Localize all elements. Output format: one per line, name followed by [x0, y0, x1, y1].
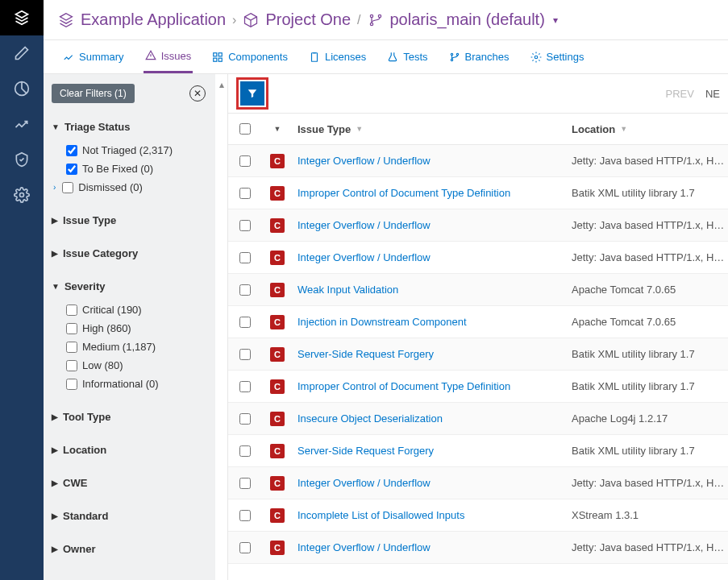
issue-type-link[interactable]: Server-Side Request Forgery — [297, 445, 434, 457]
location-text: Batik XML utility library 1.7 — [572, 348, 695, 360]
table-row[interactable]: CInteger Overflow / UnderflowJetty: Java… — [228, 145, 728, 177]
filter-checkbox[interactable] — [66, 342, 77, 353]
filter-checkbox[interactable] — [66, 164, 77, 175]
severity-badge: C — [270, 283, 285, 297]
filter-item[interactable]: ›Dismissed (0) — [53, 178, 207, 197]
filter-label: Medium (1,187) — [82, 341, 156, 353]
severity-badge: C — [270, 508, 285, 523]
table-row[interactable]: CServer-Side Request ForgeryBatik XML ut… — [228, 338, 728, 371]
table-row[interactable]: CIncomplete List of Disallowed InputsXSt… — [228, 499, 728, 532]
location-text: Apache Tomcat 7.0.65 — [572, 284, 676, 296]
prev-button[interactable]: PREV — [666, 88, 694, 100]
filter-group-owner[interactable]: ▶Owner — [52, 540, 207, 558]
col-header-issue-type[interactable]: Issue Type — [297, 123, 351, 135]
table-row[interactable]: CInteger Overflow / UnderflowJetty: Java… — [228, 532, 728, 564]
breadcrumb-branch[interactable]: polaris_main (default) — [390, 10, 545, 29]
nav-edit-icon[interactable] — [0, 35, 44, 71]
row-checkbox[interactable] — [239, 349, 251, 360]
row-checkbox[interactable] — [239, 478, 251, 489]
issue-type-link[interactable]: Integer Overflow / Underflow — [297, 219, 431, 231]
row-checkbox[interactable] — [239, 155, 251, 167]
nav-chart-icon[interactable] — [0, 106, 44, 142]
filter-item[interactable]: Medium (1,187) — [66, 338, 207, 356]
row-checkbox[interactable] — [239, 381, 251, 392]
filter-checkbox[interactable] — [62, 182, 73, 193]
row-checkbox[interactable] — [239, 413, 251, 425]
filter-group-severity[interactable]: ▼Severity — [52, 277, 207, 296]
issue-type-link[interactable]: Integer Overflow / Underflow — [297, 477, 431, 489]
issue-type-link[interactable]: Integer Overflow / Underflow — [297, 541, 431, 553]
row-checkbox[interactable] — [239, 220, 251, 231]
sort-severity[interactable]: ▼ — [274, 125, 281, 133]
filter-item[interactable]: Not Triaged (2,317) — [66, 141, 207, 160]
table-row[interactable]: CInjection in Downstream ComponentApache… — [228, 306, 728, 338]
branch-icon — [449, 52, 460, 63]
issue-type-link[interactable]: Integer Overflow / Underflow — [297, 155, 431, 167]
tab-label: Summary — [79, 51, 124, 63]
row-checkbox[interactable] — [239, 317, 251, 328]
next-button[interactable]: NE — [705, 88, 720, 100]
select-all-checkbox[interactable] — [239, 123, 251, 135]
branch-dropdown-caret[interactable]: ▾ — [553, 14, 558, 26]
close-filters-icon[interactable]: ✕ — [189, 85, 206, 102]
app-logo[interactable] — [0, 0, 44, 35]
filter-checkbox[interactable] — [66, 379, 77, 390]
filter-group-cwe[interactable]: ▶CWE — [52, 474, 207, 492]
table-row[interactable]: CImproper Control of Document Type Defin… — [228, 371, 728, 403]
filter-checkbox[interactable] — [66, 323, 77, 334]
issue-type-link[interactable]: Improper Control of Document Type Defini… — [297, 380, 510, 392]
row-checkbox[interactable] — [239, 252, 251, 263]
filter-item[interactable]: Low (80) — [66, 356, 207, 375]
clear-filters-button[interactable]: Clear Filters (1) — [52, 84, 135, 103]
table-row[interactable]: CWeak Input ValidationApache Tomcat 7.0.… — [228, 274, 728, 306]
breadcrumb-app[interactable]: Example Application — [81, 10, 226, 29]
filter-button[interactable] — [240, 81, 264, 106]
tab-licenses[interactable]: Licenses — [307, 40, 368, 73]
breadcrumb-project[interactable]: Project One — [265, 10, 351, 29]
row-checkbox[interactable] — [239, 445, 251, 457]
nav-shield-icon[interactable] — [0, 142, 44, 177]
nav-settings-icon[interactable] — [0, 177, 44, 213]
table-row[interactable]: CServer-Side Request ForgeryBatik XML ut… — [228, 435, 728, 467]
filter-group-issue-category[interactable]: ▶Issue Category — [52, 244, 207, 263]
row-checkbox[interactable] — [239, 284, 251, 296]
filter-item[interactable]: High (860) — [66, 319, 207, 338]
panel-collapse-handle[interactable]: ▴ — [215, 74, 228, 580]
issue-type-link[interactable]: Insecure Object Deserialization — [297, 412, 443, 425]
issue-type-link[interactable]: Injection in Downstream Component — [297, 316, 467, 328]
svg-rect-8 — [218, 58, 222, 61]
col-header-location[interactable]: Location — [572, 123, 615, 135]
tab-settings[interactable]: Settings — [529, 40, 586, 73]
row-checkbox[interactable] — [239, 542, 251, 553]
filter-checkbox[interactable] — [66, 304, 77, 316]
tab-tests[interactable]: Tests — [385, 40, 429, 73]
tab-summary[interactable]: Summary — [61, 40, 126, 73]
filter-group-issue-type[interactable]: ▶Issue Type — [52, 211, 207, 230]
filter-item[interactable]: Informational (0) — [66, 375, 207, 393]
table-row[interactable]: CInsecure Object DeserializationApache L… — [228, 403, 728, 435]
table-row[interactable]: CImproper Control of Document Type Defin… — [228, 177, 728, 209]
filter-item[interactable]: Critical (190) — [66, 300, 207, 319]
row-checkbox[interactable] — [239, 510, 251, 521]
tab-branches[interactable]: Branches — [447, 40, 511, 73]
tab-issues[interactable]: Issues — [144, 40, 193, 73]
filter-group-location[interactable]: ▶Location — [52, 441, 207, 459]
filter-group-standard[interactable]: ▶Standard — [52, 507, 207, 525]
issue-type-link[interactable]: Server-Side Request Forgery — [297, 348, 434, 360]
nav-pie-icon[interactable] — [0, 71, 44, 106]
issue-type-link[interactable]: Integer Overflow / Underflow — [297, 251, 431, 263]
filter-checkbox[interactable] — [66, 360, 77, 371]
filter-item[interactable]: To Be Fixed (0) — [66, 160, 207, 178]
issue-type-link[interactable]: Incomplete List of Disallowed Inputs — [297, 509, 464, 521]
tab-components[interactable]: Components — [210, 40, 289, 73]
table-row[interactable]: CInteger Overflow / UnderflowJetty: Java… — [228, 209, 728, 242]
filter-group-tool-type[interactable]: ▶Tool Type — [52, 408, 207, 426]
table-row[interactable]: CInteger Overflow / UnderflowJetty: Java… — [228, 242, 728, 274]
issue-type-link[interactable]: Improper Control of Document Type Defini… — [297, 187, 510, 199]
issue-type-link[interactable]: Weak Input Validation — [297, 284, 398, 296]
filter-checkbox[interactable] — [66, 145, 77, 156]
table-row[interactable]: CInteger Overflow / UnderflowJetty: Java… — [228, 467, 728, 499]
row-checkbox[interactable] — [239, 188, 251, 199]
filter-group-triage[interactable]: ▼Triage Status — [52, 118, 207, 136]
severity-badge: C — [270, 251, 285, 265]
